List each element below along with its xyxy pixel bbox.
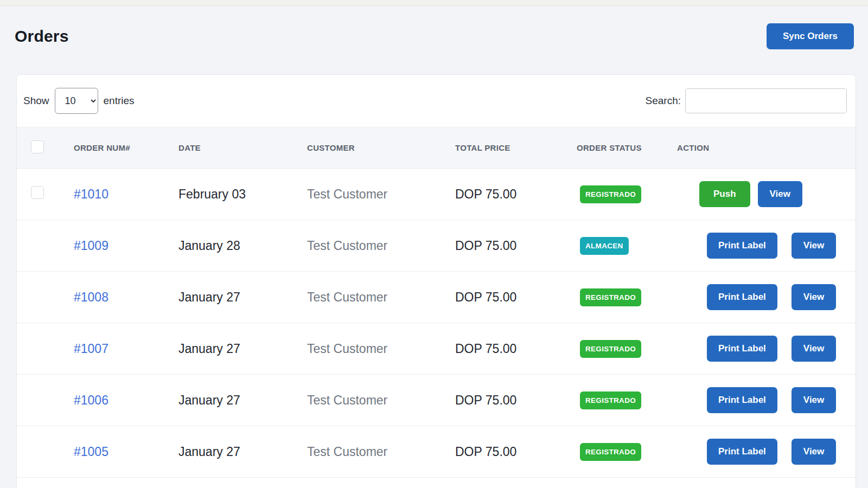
order-link[interactable]: #1009: [74, 239, 108, 253]
order-num-cell: #1010: [74, 169, 178, 220]
table-controls: Show 10 entries Search:: [17, 75, 856, 127]
view-button[interactable]: View: [792, 336, 836, 362]
search-label: Search:: [646, 95, 681, 107]
status-badge: ALMACEN: [580, 237, 629, 255]
print-button[interactable]: Print Label: [707, 336, 777, 362]
orders-tbody: #1010February 03Test CustomerDOP 75.00RE…: [17, 169, 856, 478]
page-size-control: Show 10 entries: [23, 88, 135, 114]
order-link[interactable]: #1010: [74, 187, 108, 201]
page-header: Orders Sync Orders: [15, 23, 854, 49]
action-cell: Print LabelView: [677, 323, 856, 375]
order-num-cell: #1006: [74, 375, 178, 426]
view-button[interactable]: View: [792, 233, 836, 259]
order-status-cell: REGISTRADO: [577, 426, 677, 478]
order-num-cell: #1005: [74, 426, 178, 478]
date-cell: January 27: [178, 272, 307, 323]
header-order-num: ORDER NUM#: [74, 127, 178, 169]
order-status-cell: ALMACEN: [577, 220, 677, 272]
action-buttons: Print LabelView: [707, 284, 856, 310]
date-cell: February 03: [178, 169, 307, 220]
page-size-select[interactable]: 10: [55, 88, 98, 114]
view-button[interactable]: View: [792, 439, 836, 465]
entries-label: entries: [104, 95, 135, 107]
table-row: #1008January 27Test CustomerDOP 75.00REG…: [17, 272, 856, 323]
action-buttons: PushView: [699, 181, 856, 207]
order-status-cell: REGISTRADO: [577, 375, 677, 426]
total-price-cell: DOP 75.00: [455, 220, 577, 272]
table-row: #1009January 28Test CustomerDOP 75.00ALM…: [17, 220, 856, 272]
row-checkbox-cell: [17, 323, 74, 375]
customer-cell: Test Customer: [307, 375, 455, 426]
push-button[interactable]: Push: [699, 181, 750, 207]
status-badge: REGISTRADO: [580, 288, 641, 306]
action-buttons: Print LabelView: [707, 439, 856, 465]
table-row: #1005January 27Test CustomerDOP 75.00REG…: [17, 426, 856, 478]
date-cell: January 27: [178, 323, 307, 375]
action-buttons: Print LabelView: [707, 233, 856, 259]
order-num-cell: #1007: [74, 323, 178, 375]
print-button[interactable]: Print Label: [707, 233, 777, 259]
action-cell: Print LabelView: [677, 272, 856, 323]
order-status-cell: REGISTRADO: [577, 323, 677, 375]
action-cell: Print LabelView: [677, 426, 856, 478]
top-strip: [0, 0, 868, 6]
order-status-cell: REGISTRADO: [577, 169, 677, 220]
action-cell: Print LabelView: [677, 220, 856, 272]
order-link[interactable]: #1008: [74, 290, 108, 304]
search-input[interactable]: [685, 88, 847, 113]
status-badge: REGISTRADO: [580, 185, 641, 203]
action-cell: Print LabelView: [677, 375, 856, 426]
row-checkbox-cell: [17, 375, 74, 426]
order-status-cell: REGISTRADO: [577, 272, 677, 323]
orders-card: Show 10 entries Search: ORDER NUM# DATE …: [16, 74, 856, 488]
header-order-status: ORDER STATUS: [577, 127, 677, 169]
view-button[interactable]: View: [792, 284, 836, 310]
header-checkbox-cell: [17, 127, 74, 169]
show-label: Show: [23, 95, 49, 107]
row-checkbox-cell: [17, 169, 74, 220]
header-action: ACTION: [677, 127, 856, 169]
customer-cell: Test Customer: [307, 272, 455, 323]
order-num-cell: #1008: [74, 272, 178, 323]
table-row: #1007January 27Test CustomerDOP 75.00REG…: [17, 323, 856, 375]
status-badge: REGISTRADO: [580, 340, 641, 358]
status-badge: REGISTRADO: [580, 391, 641, 409]
view-button[interactable]: View: [758, 181, 802, 207]
header-date: DATE: [178, 127, 307, 169]
total-price-cell: DOP 75.00: [455, 375, 577, 426]
customer-cell: Test Customer: [307, 169, 455, 220]
table-row: #1006January 27Test CustomerDOP 75.00REG…: [17, 375, 856, 426]
row-checkbox[interactable]: [31, 186, 44, 199]
print-button[interactable]: Print Label: [707, 284, 777, 310]
date-cell: January 27: [178, 375, 307, 426]
order-link[interactable]: #1006: [74, 393, 108, 407]
total-price-cell: DOP 75.00: [455, 323, 577, 375]
status-badge: REGISTRADO: [580, 443, 641, 461]
header-total-price: TOTAL PRICE: [455, 127, 577, 169]
print-button[interactable]: Print Label: [707, 439, 777, 465]
sync-orders-button[interactable]: Sync Orders: [767, 23, 854, 49]
select-all-checkbox[interactable]: [31, 140, 44, 153]
customer-cell: Test Customer: [307, 220, 455, 272]
date-cell: January 28: [178, 220, 307, 272]
view-button[interactable]: View: [792, 387, 836, 413]
orders-table: ORDER NUM# DATE CUSTOMER TOTAL PRICE ORD…: [17, 127, 856, 478]
total-price-cell: DOP 75.00: [455, 272, 577, 323]
order-link[interactable]: #1005: [74, 445, 108, 459]
table-row: #1010February 03Test CustomerDOP 75.00RE…: [17, 169, 856, 220]
search-control: Search:: [646, 88, 847, 113]
row-checkbox-cell: [17, 426, 74, 478]
total-price-cell: DOP 75.00: [455, 426, 577, 478]
print-button[interactable]: Print Label: [707, 387, 777, 413]
action-buttons: Print LabelView: [707, 336, 856, 362]
table-header: ORDER NUM# DATE CUSTOMER TOTAL PRICE ORD…: [17, 127, 856, 169]
row-checkbox-cell: [17, 220, 74, 272]
header-customer: CUSTOMER: [307, 127, 455, 169]
customer-cell: Test Customer: [307, 323, 455, 375]
table-header-row: ORDER NUM# DATE CUSTOMER TOTAL PRICE ORD…: [17, 127, 856, 169]
order-link[interactable]: #1007: [74, 342, 108, 356]
customer-cell: Test Customer: [307, 426, 455, 478]
row-checkbox-cell: [17, 272, 74, 323]
order-num-cell: #1009: [74, 220, 178, 272]
page-title: Orders: [15, 27, 69, 46]
